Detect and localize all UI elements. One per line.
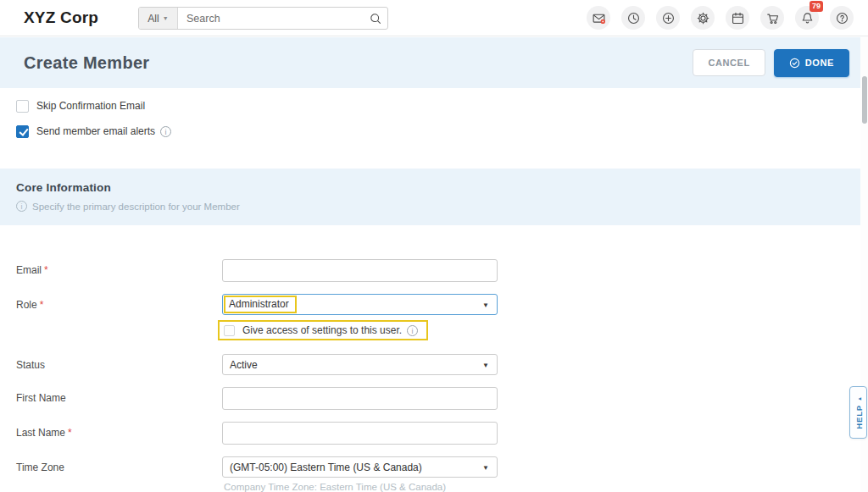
core-information-section-header: Core Information i Specify the primary d… <box>0 169 868 225</box>
toolbar-icon-row: 79 <box>587 6 854 30</box>
last-name-row: Last Name* <box>16 422 861 445</box>
member-alerts-row: Send member email alerts i <box>16 122 868 141</box>
first-name-label: First Name <box>16 387 222 404</box>
info-icon: i <box>16 201 27 212</box>
time-zone-helper-text: Company Time Zone: Eastern Time (US & Ca… <box>224 482 498 492</box>
skip-confirmation-row: Skip Confirmation Email <box>16 97 868 115</box>
give-access-row: Give access of settings to this user. i <box>16 320 861 340</box>
first-name-row: First Name <box>16 387 861 410</box>
info-icon[interactable]: i <box>160 126 171 137</box>
role-row: Role* Administrator ▼ <box>16 294 861 315</box>
company-logo[interactable]: XYZ Corp <box>24 8 98 27</box>
section-title: Core Information <box>16 181 868 194</box>
skip-confirmation-label: Skip Confirmation Email <box>36 100 145 112</box>
global-search: All ▼ <box>138 7 388 30</box>
add-icon[interactable] <box>656 6 680 30</box>
give-access-label: Give access of settings to this user. <box>242 324 402 336</box>
cancel-button[interactable]: CANCEL <box>693 49 765 76</box>
status-row: Status Active ▼ <box>16 354 861 375</box>
create-member-form: Email* Role* Administrator ▼ Give access… <box>0 225 861 492</box>
page-title: Create Member <box>24 53 149 73</box>
notifications-icon[interactable]: 79 <box>795 6 819 30</box>
top-navigation-bar: XYZ Corp All ▼ 79 <box>0 0 868 36</box>
member-alerts-label: Send member email alerts <box>36 125 155 137</box>
required-asterisk: * <box>68 427 72 439</box>
member-alerts-checkbox[interactable] <box>16 125 29 138</box>
last-name-label: Last Name* <box>16 422 222 439</box>
section-subtitle-row: i Specify the primary description for yo… <box>16 201 868 212</box>
search-icon[interactable] <box>364 8 387 29</box>
help-tab-inner: HELP ▲ <box>854 395 863 428</box>
role-selected-value-highlighted: Administrator <box>224 296 297 313</box>
search-scope-label: All <box>147 13 159 25</box>
chevron-down-icon: ▼ <box>482 463 489 471</box>
help-icon[interactable] <box>830 6 854 30</box>
chevron-down-icon: ▼ <box>163 15 169 21</box>
last-name-field[interactable] <box>222 422 498 445</box>
time-zone-select[interactable]: (GMT-05:00) Eastern Time (US & Canada) ▼ <box>222 456 498 478</box>
cart-icon[interactable] <box>760 6 784 30</box>
done-button-label: DONE <box>805 58 834 68</box>
status-select[interactable]: Active ▼ <box>222 354 498 375</box>
search-input[interactable] <box>178 8 364 29</box>
info-icon[interactable]: i <box>407 325 418 336</box>
email-row: Email* <box>16 259 861 282</box>
help-tab-label: HELP <box>854 405 863 429</box>
page-title-bar: Create Member CANCEL DONE <box>0 37 868 88</box>
help-tab[interactable]: HELP ▲ <box>849 386 867 439</box>
required-asterisk: * <box>40 299 44 311</box>
time-zone-label: Time Zone <box>16 456 222 473</box>
help-expand-arrow-icon: ▲ <box>856 395 861 401</box>
scrollbar-thumb[interactable] <box>862 76 867 124</box>
time-zone-selected-value: (GMT-05:00) Eastern Time (US & Canada) <box>230 462 422 473</box>
chevron-down-icon: ▼ <box>482 361 489 368</box>
search-scope-dropdown[interactable]: All ▼ <box>139 8 178 29</box>
role-select[interactable]: Administrator ▼ <box>222 294 498 315</box>
chevron-down-icon: ▼ <box>482 301 489 308</box>
email-label: Email* <box>16 259 222 276</box>
clock-icon[interactable] <box>621 6 645 30</box>
done-button[interactable]: DONE <box>774 49 849 77</box>
section-subtitle: Specify the primary description for your… <box>32 202 240 212</box>
time-zone-row: Time Zone (GMT-05:00) Eastern Time (US &… <box>16 456 861 492</box>
calendar-icon[interactable] <box>726 6 749 30</box>
skip-confirmation-checkbox[interactable] <box>16 100 29 113</box>
notification-count-badge: 79 <box>810 1 823 12</box>
title-bar-actions: CANCEL DONE <box>693 49 849 77</box>
cancel-button-label: CANCEL <box>708 58 749 68</box>
status-label: Status <box>16 354 222 371</box>
status-selected-value: Active <box>230 359 258 371</box>
email-options-section: Skip Confirmation Email Send member emai… <box>0 88 868 169</box>
required-asterisk: * <box>44 264 48 276</box>
give-access-checkbox[interactable] <box>224 325 235 336</box>
settings-icon[interactable] <box>691 6 715 30</box>
email-field[interactable] <box>222 259 498 282</box>
give-access-highlight-box: Give access of settings to this user. i <box>218 320 428 340</box>
check-circle-icon <box>789 58 800 69</box>
first-name-field[interactable] <box>222 387 498 410</box>
mail-alert-icon[interactable] <box>587 6 610 30</box>
role-label: Role* <box>16 294 222 311</box>
